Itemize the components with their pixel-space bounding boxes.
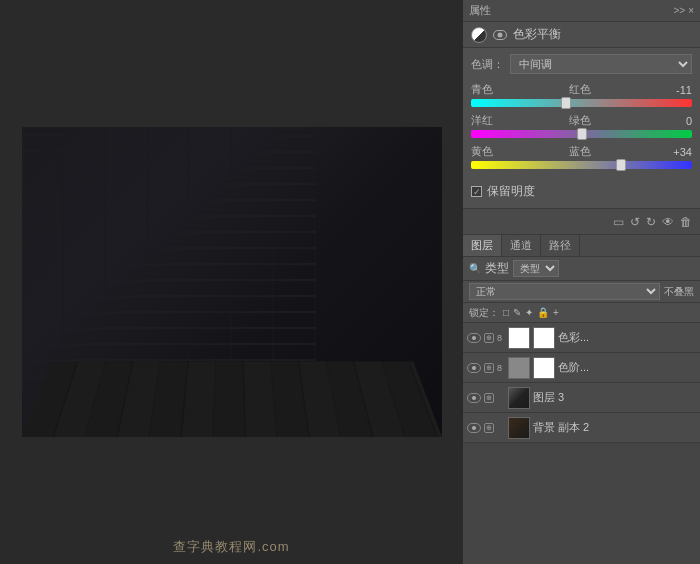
layer-visibility-1[interactable] [467, 363, 481, 373]
brick-texture [22, 127, 316, 391]
color-balance-title: 色彩平衡 [513, 26, 561, 43]
layer-item[interactable]: ⊕ 图层 3 [463, 383, 700, 413]
lock-label: 锁定： [469, 306, 499, 320]
magenta-green-thumb[interactable] [577, 128, 587, 140]
panel-header: 属性 >> × [463, 0, 700, 22]
red-label: 红色 [569, 82, 591, 97]
reset-icon[interactable]: ↻ [646, 215, 656, 229]
lock-artboard-icon[interactable]: + [553, 307, 559, 318]
expand-icon[interactable]: >> [673, 5, 685, 16]
layers-panel: 图层 通道 路径 🔍 类型 类型 正常 不叠黑 锁定： □ ✎ ✦ 🔒 + [463, 235, 700, 564]
yellow-blue-value: +34 [667, 146, 692, 158]
canvas-image [22, 127, 442, 437]
layer-visibility-2[interactable] [467, 393, 481, 403]
layer-link-1[interactable]: ⊕ [484, 363, 494, 373]
panel-title: 属性 [469, 3, 491, 18]
blend-opacity-row: 正常 不叠黑 [463, 281, 700, 303]
opacity-label: 不叠黑 [664, 285, 694, 299]
cyan-label: 青色 [471, 82, 493, 97]
yellow-label: 黄色 [471, 144, 493, 159]
preserve-luminosity-checkbox[interactable]: ✓ [471, 186, 482, 197]
layer-thumb-0 [508, 327, 530, 349]
layer-mask-thumb-1 [533, 357, 555, 379]
scene-background [22, 127, 442, 437]
tab-channels[interactable]: 通道 [502, 235, 541, 256]
layer-thumb-3 [508, 417, 530, 439]
yellow-blue-track[interactable] [471, 161, 692, 169]
refresh-icon[interactable]: ↺ [630, 215, 640, 229]
close-icon[interactable]: × [688, 5, 694, 16]
filter-search-icon: 🔍 [469, 263, 481, 274]
panel-bottom-icons: ▭ ↺ ↻ 👁 🗑 [463, 208, 700, 234]
yellow-blue-row: 黄色 蓝色 +34 [471, 144, 692, 169]
layer-number-1: 8 [497, 363, 505, 373]
eye-icon[interactable]: 👁 [662, 215, 674, 229]
layer-visibility-0[interactable] [467, 333, 481, 343]
yellow-blue-thumb[interactable] [616, 159, 626, 171]
color-balance-icon [471, 27, 487, 43]
tone-label: 色调： [471, 57, 504, 72]
cyan-red-thumb[interactable] [561, 97, 571, 109]
floor-texture [22, 362, 442, 437]
panel-title-area: 属性 [469, 3, 491, 18]
layer-thumb-2 [508, 387, 530, 409]
layer-item[interactable]: ⊕ 背景 副本 2 [463, 413, 700, 443]
cyan-red-labels: 青色 红色 -11 [471, 82, 692, 97]
layer-item[interactable]: ⊕ 8 色彩... [463, 323, 700, 353]
mask-icon[interactable]: ▭ [613, 215, 624, 229]
type-select[interactable]: 类型 [513, 260, 559, 277]
panel-header-icons: >> × [673, 5, 694, 16]
lock-position-icon[interactable]: ✦ [525, 307, 533, 318]
layer-name-2: 图层 3 [533, 390, 696, 405]
tab-layers[interactable]: 图层 [463, 235, 502, 256]
layer-name-0: 色彩... [558, 330, 696, 345]
layer-mask-thumb-0 [533, 327, 555, 349]
preserve-luminosity-label: 保留明度 [487, 183, 535, 200]
magenta-green-row: 洋红 绿色 0 [471, 113, 692, 138]
lock-all-icon[interactable]: 🔒 [537, 307, 549, 318]
layer-link-3[interactable]: ⊕ [484, 423, 494, 433]
lock-image-icon[interactable]: ✎ [513, 307, 521, 318]
tone-row: 色调： 中间调 [463, 48, 700, 78]
visibility-icon[interactable] [493, 30, 507, 40]
magenta-label: 洋红 [471, 113, 493, 128]
layer-name-1: 色阶... [558, 360, 696, 375]
layer-item[interactable]: ⊕ 8 色阶... [463, 353, 700, 383]
type-label: 类型 [485, 260, 509, 277]
watermark: 查字典教程网.com [17, 538, 447, 556]
blend-mode-select[interactable]: 正常 [469, 283, 660, 300]
tab-paths[interactable]: 路径 [541, 235, 580, 256]
cyan-red-track[interactable] [471, 99, 692, 107]
magenta-green-track[interactable] [471, 130, 692, 138]
layers-tabs: 图层 通道 路径 [463, 235, 700, 257]
layer-name-3: 背景 副本 2 [533, 420, 696, 435]
layer-number-0: 8 [497, 333, 505, 343]
layer-link-2[interactable]: ⊕ [484, 393, 494, 403]
lock-row: 锁定： □ ✎ ✦ 🔒 + [463, 303, 700, 323]
green-label: 绿色 [569, 113, 591, 128]
properties-panel: 属性 >> × 色彩平衡 色调： 中间调 青色 [463, 0, 700, 235]
magenta-green-value: 0 [667, 115, 692, 127]
yellow-blue-labels: 黄色 蓝色 +34 [471, 144, 692, 159]
lock-transparent-icon[interactable]: □ [503, 307, 509, 318]
layer-visibility-3[interactable] [467, 423, 481, 433]
layers-filter-row: 🔍 类型 类型 [463, 257, 700, 281]
delete-icon[interactable]: 🗑 [680, 215, 692, 229]
magenta-green-labels: 洋红 绿色 0 [471, 113, 692, 128]
cyan-red-value: -11 [667, 84, 692, 96]
tone-select[interactable]: 中间调 [510, 54, 692, 74]
color-balance-header: 色彩平衡 [463, 22, 700, 48]
slider-section: 青色 红色 -11 洋红 绿色 0 [463, 78, 700, 179]
layer-thumb-1 [508, 357, 530, 379]
right-panel: 属性 >> × 色彩平衡 色调： 中间调 青色 [463, 0, 700, 564]
canvas-area: 查字典教程网.com [0, 0, 463, 564]
cyan-red-row: 青色 红色 -11 [471, 82, 692, 107]
preserve-luminosity-row: ✓ 保留明度 [463, 179, 700, 208]
blue-label: 蓝色 [569, 144, 591, 159]
layer-link-0[interactable]: ⊕ [484, 333, 494, 343]
